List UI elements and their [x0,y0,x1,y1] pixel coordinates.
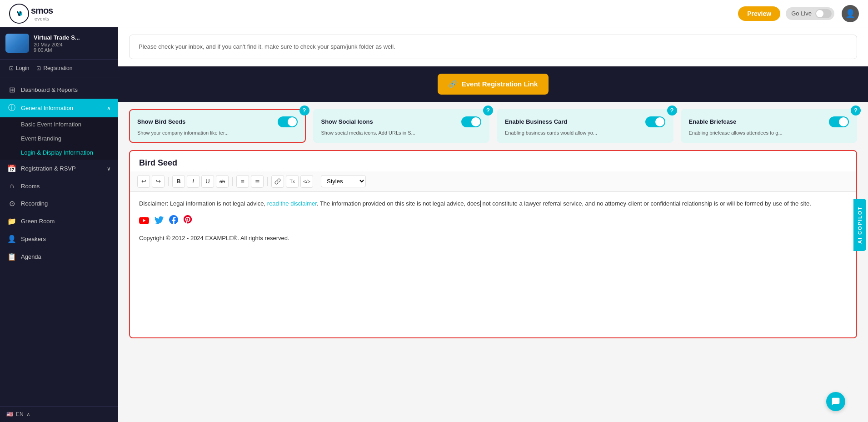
content-inner: Please check your inbox, and if you can'… [118,27,868,338]
redo-button[interactable]: ↪ [152,175,165,188]
italic-button[interactable]: I [187,175,200,188]
toggle-cards-row: ? Show Bird Seeds Show your company info… [118,102,868,150]
editor-title: Bird Seed [130,151,856,171]
general-chevron: ∧ [107,105,111,111]
unordered-list-button[interactable]: ≣ [251,175,264,188]
bird-seeds-toggle[interactable] [278,116,298,127]
facebook-icon[interactable] [169,214,178,228]
dashboard-label: Dashboard & Reports [21,86,111,93]
event-date: 20 May 2024 [34,42,113,47]
registration-chevron: ∨ [107,166,111,172]
youtube-icon[interactable] [139,214,149,228]
sidebar-item-greenroom[interactable]: 📁 Green Room [0,212,118,230]
business-card-toggle[interactable] [645,116,665,127]
login-action[interactable]: ⊡ Login [5,63,33,73]
event-card: Virtual Trade S... 20 May 2024 9:00 AM [0,27,118,60]
recording-label: Recording [21,200,111,207]
sidebar-item-dashboard[interactable]: ⊞ Dashboard & Reports [0,81,118,99]
social-icons-title: Show Social Icons [321,118,373,125]
disclaimer-suffix: . The information provided on this site … [317,200,811,207]
undo-button[interactable]: ↩ [137,175,150,188]
greenroom-label: Green Room [21,218,111,225]
rooms-icon: ⌂ [7,182,16,190]
general-label: General Information [21,105,102,111]
social-icons-desc: Show social media icons. Add URLs in S..… [321,130,482,136]
sidebar-item-rooms[interactable]: ⌂ Rooms [0,177,118,195]
brand-sub: events [31,16,53,21]
email-notice-text: Please check your inbox, and if you can'… [139,43,395,50]
event-thumbnail [5,34,29,53]
briefcase-title: Enable Briefcase [689,118,737,125]
sidebar-nav: ⊞ Dashboard & Reports ⓘ General Informat… [0,77,118,406]
sub-basic-event[interactable]: Basic Event Infomation [0,117,118,131]
event-info: Virtual Trade S... 20 May 2024 9:00 AM [34,34,113,53]
general-sub-nav: Basic Event Infomation Event Branding Lo… [0,117,118,160]
sidebar-item-recording[interactable]: ⊙ Recording [0,195,118,212]
registration-icon: ⊡ [36,65,41,71]
sidebar: Virtual Trade S... 20 May 2024 9:00 AM ⊡… [0,27,118,422]
disclaimer-link[interactable]: read the disclaimer [267,200,317,207]
language-chevron: ∧ [26,411,30,417]
golive-switch[interactable] [815,9,832,18]
bold-button[interactable]: B [172,175,185,188]
social-icons-row [139,214,847,228]
code-button[interactable]: </> [300,175,313,188]
sub-event-branding[interactable]: Event Branding [0,131,118,146]
event-reg-link-button[interactable]: 🔗 Event Registration Link [438,74,549,95]
speakers-label: Speakers [21,236,111,242]
toggle-card-social-icons[interactable]: ? Show Social Icons Show social media ic… [313,109,490,143]
toggle-card-business-card[interactable]: ? Enable Business Card Enabling business… [497,109,673,143]
logo: V smos events [9,4,53,24]
social-icons-header: Show Social Icons [321,116,482,127]
sidebar-item-agenda[interactable]: 📋 Agenda [0,248,118,266]
ordered-list-button[interactable]: ≡ [236,175,249,188]
social-icons-toggle[interactable] [461,116,481,127]
rooms-label: Rooms [21,183,111,190]
bird-seeds-help[interactable]: ? [299,106,309,116]
ai-copilot-sidebar: AI COPILOT [852,27,868,422]
registration-label: Registration [43,65,72,71]
briefcase-toggle[interactable] [829,116,849,127]
styles-select[interactable]: Styles Heading 1 Heading 2 Paragraph [321,175,366,187]
link-button[interactable] [271,175,284,188]
underline-button[interactable]: U [201,175,214,188]
bird-seeds-desc: Show your company information like ter..… [137,130,298,136]
registration-nav-icon: 📅 [7,164,16,173]
social-icons-help[interactable]: ? [483,106,493,116]
sub-login-display[interactable]: Login & Display Information [0,146,118,160]
user-avatar[interactable]: 👤 [842,5,859,22]
golive-toggle: Go Live [786,7,834,20]
twitter-icon[interactable] [155,214,164,228]
sidebar-item-general[interactable]: ⓘ General Information ∧ [0,99,118,117]
speakers-icon: 👤 [7,235,16,243]
briefcase-desc: Enabling briefcase allows attendees to g… [689,130,849,136]
toggle-card-briefcase[interactable]: ? Enable Briefcase Enabling briefcase al… [681,109,858,143]
bird-seeds-header: Show Bird Seeds [137,116,298,127]
toolbar-sep-2 [232,177,233,186]
golive-label: Go Live [791,10,812,17]
clear-format-button[interactable]: Tx [286,175,299,188]
brand-name: smos [31,5,53,16]
event-name: Virtual Trade S... [34,34,113,41]
toolbar-sep-3 [267,177,268,186]
business-card-help[interactable]: ? [667,106,677,116]
login-icon: ⊡ [9,65,14,71]
event-reg-link-label: Event Registration Link [462,80,538,88]
bird-seeds-title: Show Bird Seeds [137,118,185,125]
event-reg-area: 🔗 Event Registration Link [118,66,868,102]
copyright-text: Copyright © 2012 - 2024 EXAMPLE®. All ri… [139,234,847,243]
toggle-card-bird-seeds[interactable]: ? Show Bird Seeds Show your company info… [129,109,306,143]
editor-content-area[interactable]: Disclaimer: Legal information is not leg… [130,192,856,337]
sidebar-item-registration[interactable]: 📅 Registration & RSVP ∨ [0,160,118,177]
pinterest-icon[interactable] [184,214,192,228]
registration-action[interactable]: ⊡ Registration [33,63,76,73]
strikethrough-button[interactable]: ab [216,175,229,188]
chat-bubble-button[interactable] [826,392,845,411]
sidebar-item-speakers[interactable]: 👤 Speakers [0,230,118,248]
language-flag: 🇺🇸 [6,411,13,417]
ai-copilot-button[interactable]: AI COPILOT [853,199,866,251]
sidebar-actions: ⊡ Login ⊡ Registration [0,60,118,77]
topbar: V smos events Preview Go Live 👤 [0,0,868,27]
language-bar[interactable]: 🇺🇸 EN ∧ [0,406,118,422]
preview-button[interactable]: Preview [738,6,780,21]
